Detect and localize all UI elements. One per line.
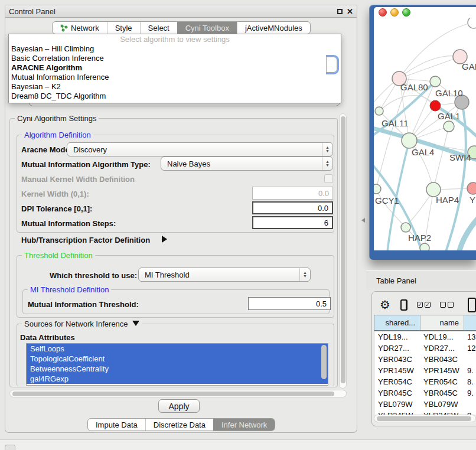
network-canvas[interactable]: GAL80 GAL10 GAL11 GAL1 SWI4 GAL4 GCY1 HA… — [374, 18, 476, 250]
mac-close-icon[interactable] — [379, 8, 387, 17]
kernel-width-field[interactable]: 0.0 — [252, 187, 333, 200]
node-label: GAL80 — [400, 82, 428, 92]
settings-gear-icon[interactable]: ⚙ — [380, 298, 390, 312]
table-row[interactable]: YBR043CYBR043C — [374, 354, 476, 365]
settings-horizontal-scrollbar[interactable] — [9, 390, 347, 397]
node-label: HAP4 — [436, 195, 459, 205]
uncheck-all-icon[interactable] — [440, 302, 454, 308]
table-row[interactable]: YPR145WYPR145W9. — [374, 365, 476, 376]
data-attributes-list: SelfLoops TopologicalCoefficient Between… — [26, 343, 328, 386]
dpi-tolerance-label: DPI Tolerance [0,1]: — [21, 204, 92, 213]
dropdown-item[interactable]: Dream8 DC_TDC Algorithm — [9, 92, 341, 101]
mac-zoom-icon[interactable] — [402, 8, 410, 17]
network-node-gal11[interactable] — [375, 107, 383, 115]
node-label: GAL — [462, 61, 476, 71]
node-label: GAL11 — [382, 118, 409, 128]
tab-style[interactable]: Style — [107, 22, 140, 34]
table-row[interactable]: YER054CYER054C8. — [374, 376, 476, 387]
mi-threshold-label: Mutual Information Threshold: — [28, 300, 139, 309]
node-label: HAP2 — [408, 233, 431, 243]
node-label: GAL1 — [438, 111, 460, 121]
mac-minimize-icon[interactable] — [390, 8, 399, 17]
network-node-red[interactable] — [430, 100, 441, 111]
column-header-shared[interactable]: shared... — [374, 315, 420, 330]
collapse-arrow-icon[interactable] — [132, 321, 139, 326]
attribute-item[interactable]: TopologicalCoefficient — [27, 354, 328, 364]
table-row[interactable]: YLR345WYLR345W9. — [374, 410, 476, 415]
tab-infer-network[interactable]: Infer Network — [213, 419, 275, 431]
table-toolbar: ⚙ ✓✓ — [374, 295, 476, 314]
attribute-item[interactable]: gal4RGexp — [27, 374, 328, 384]
control-panel-title: Control Panel — [9, 7, 56, 16]
sources-legend: Sources for Network Inference — [22, 319, 142, 328]
table-body: YDL19...YDL19...13 YDR27...YDR27...12 YB… — [374, 331, 476, 415]
table-row[interactable]: YBL079WYBL079W — [374, 399, 476, 410]
table-row[interactable]: YDR27...YDR27...12 — [374, 343, 476, 354]
data-attributes-label: Data Attributes — [20, 333, 75, 342]
aracne-mode-combo[interactable]: Discovery ▲▼ — [67, 142, 333, 156]
attribute-list-scrollbar[interactable] — [321, 345, 327, 379]
stepper-icon: ▲▼ — [299, 268, 310, 281]
dpi-tolerance-field[interactable]: 0.0 — [252, 201, 333, 214]
float-window-icon[interactable] — [337, 9, 343, 14]
network-node-gal10[interactable] — [430, 76, 441, 87]
network-node-gal4[interactable] — [402, 133, 417, 148]
tab-cyni-toolbox[interactable]: Cyni Toolbox — [177, 22, 237, 34]
dropdown-item[interactable]: Mutual Information Inference — [9, 73, 341, 82]
tab-select[interactable]: Select — [140, 22, 177, 34]
table-row[interactable]: YDL19...YDL19...13 — [374, 331, 476, 343]
table-header-row: shared... name — [374, 315, 476, 331]
dropdown-item[interactable]: Basic Correlation Inference — [9, 54, 341, 63]
network-icon — [60, 24, 68, 32]
kernel-width-label: Kernel Width (0,1): — [21, 190, 89, 198]
threshold-definition-legend: Threshold Definition — [22, 251, 95, 260]
which-threshold-label: Which threshold to use: — [50, 271, 137, 280]
apply-button[interactable]: Apply — [158, 399, 200, 413]
tab-network[interactable]: Network — [53, 22, 107, 34]
mi-threshold-field[interactable]: 0.5 — [248, 297, 331, 310]
close-icon[interactable]: ✕ — [347, 9, 353, 14]
mi-steps-field[interactable]: 6 — [252, 216, 333, 229]
attribute-item[interactable]: BetweennessCentrality — [27, 364, 328, 374]
network-node-salmon[interactable] — [467, 182, 476, 194]
mi-threshold-legend: MI Threshold Definition — [28, 285, 111, 294]
network-node-bottom-partial[interactable] — [420, 243, 429, 250]
network-node-gcy1[interactable] — [374, 184, 381, 194]
column-header-name[interactable]: name — [420, 315, 464, 330]
table-horizontal-scrollbar[interactable] — [374, 415, 476, 422]
tab-impute-data[interactable]: Impute Data — [88, 419, 145, 431]
check-all-icon[interactable]: ✓✓ — [417, 302, 431, 308]
stepper-icon: ▲▼ — [322, 157, 332, 170]
manual-kernel-label: Manual Kernel Width Definition — [21, 175, 135, 184]
tab-jactivemnodules[interactable]: jActiveMNodules — [237, 22, 310, 34]
expand-arrow-icon[interactable] — [162, 236, 167, 243]
node-label: GAL4 — [412, 147, 434, 157]
network-node-partial[interactable] — [468, 18, 476, 28]
dropdown-item-selected[interactable]: ARACNE Algorithm — [9, 63, 341, 73]
mi-type-combo[interactable]: Naive Bayes ▲▼ — [161, 156, 333, 171]
cyni-settings-legend: Cyni Algorithm Settings — [15, 114, 99, 123]
which-threshold-combo[interactable]: MI Threshold ▲▼ — [138, 268, 311, 282]
tab-discretize-data[interactable]: Discretize Data — [145, 419, 213, 431]
table-row[interactable]: YBR045CYBR045C9. — [374, 387, 476, 399]
app-root: Control Panel ✕ Network Style Select Cyn… — [0, 0, 476, 450]
mi-type-label: Mutual Information Algorithm Type: — [21, 160, 151, 169]
table-document-icon[interactable] — [468, 298, 476, 312]
attribute-item[interactable]: SelfLoops — [27, 344, 328, 354]
dropdown-item[interactable]: Bayesian – K2 — [9, 82, 341, 92]
node-label: Y — [470, 195, 475, 205]
column-layout-icon[interactable] — [400, 299, 407, 311]
dropdown-placeholder: Select algorithm to view settings — [9, 34, 341, 44]
manual-kernel-checkbox[interactable] — [324, 174, 333, 183]
docked-panel-icon[interactable] — [5, 445, 15, 450]
network-node-hap2[interactable] — [401, 223, 410, 232]
stepper-icon: ▲▼ — [322, 143, 332, 156]
dropdown-item[interactable]: Bayesian – Hill Climbing — [9, 44, 341, 54]
cyni-bottom-tabs: Impute Data Discretize Data Infer Networ… — [87, 418, 275, 431]
hub-definition-label: Hub/Transcription Factor Definition — [21, 236, 150, 244]
column-header-partial[interactable] — [464, 315, 476, 330]
splitter-handle-icon[interactable] — [361, 218, 365, 223]
bottom-panel-strip — [0, 440, 476, 450]
settings-vertical-scrollbar[interactable] — [339, 113, 347, 389]
network-node-gal1[interactable] — [444, 121, 454, 132]
